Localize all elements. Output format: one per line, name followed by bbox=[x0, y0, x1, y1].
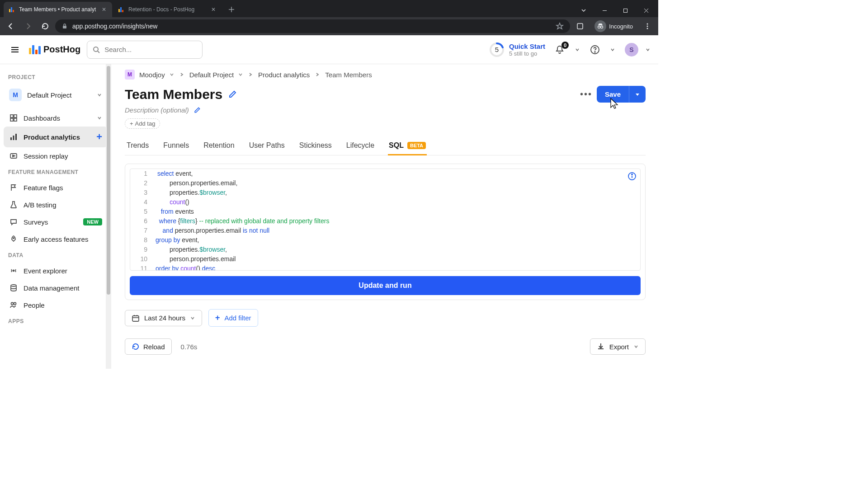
chevron-right-icon bbox=[314, 72, 321, 77]
browser-tab[interactable]: Retention - Docs - PostHog ✕ bbox=[113, 2, 222, 17]
browser-menu-button[interactable] bbox=[640, 19, 655, 33]
window-minimize-button[interactable] bbox=[594, 4, 615, 17]
sidebar-item-event-explorer[interactable]: Event explorer bbox=[4, 262, 108, 279]
breadcrumb-org[interactable]: Moodjoy bbox=[139, 71, 165, 79]
save-button[interactable]: Save bbox=[597, 86, 629, 103]
add-filter-button[interactable]: + Add filter bbox=[208, 309, 258, 327]
sidebar-item-early-access[interactable]: Early access features bbox=[4, 230, 108, 248]
sidebar-item-session-replay[interactable]: Session replay bbox=[4, 147, 108, 164]
chevron-down-icon[interactable] bbox=[609, 47, 616, 53]
svg-rect-30 bbox=[10, 118, 13, 121]
description-placeholder[interactable]: Description (optional) bbox=[125, 106, 189, 114]
notifications-button[interactable]: 0 bbox=[552, 42, 568, 58]
main-content: M Moodjoy Default Project Product analyt… bbox=[111, 64, 658, 369]
svg-marker-44 bbox=[636, 94, 639, 96]
new-tab-button[interactable] bbox=[225, 3, 238, 16]
sidebar-item-label: Surveys bbox=[24, 218, 48, 226]
tab-label: Trends bbox=[127, 141, 149, 150]
browser-toolbar: app.posthog.com/insights/new Incognito bbox=[0, 17, 658, 35]
star-icon[interactable] bbox=[556, 22, 564, 30]
browser-tab-title: Retention - Docs - PostHog bbox=[128, 6, 206, 13]
posthog-favicon-icon bbox=[8, 6, 15, 13]
export-button[interactable]: Export bbox=[590, 338, 646, 355]
chevron-down-icon[interactable] bbox=[573, 4, 594, 17]
svg-rect-2 bbox=[13, 10, 14, 12]
menu-toggle-button[interactable] bbox=[7, 42, 23, 57]
edit-title-icon[interactable] bbox=[228, 90, 237, 99]
svg-rect-4 bbox=[120, 7, 122, 12]
plus-icon[interactable]: + bbox=[96, 131, 102, 143]
sidebar-scrollbar[interactable] bbox=[106, 64, 111, 369]
chevron-down-icon[interactable] bbox=[170, 72, 174, 77]
window-close-button[interactable] bbox=[636, 4, 656, 17]
breadcrumb-project[interactable]: Default Project bbox=[189, 71, 234, 79]
svg-point-18 bbox=[647, 26, 648, 27]
play-icon bbox=[9, 152, 18, 160]
svg-rect-48 bbox=[132, 316, 139, 321]
sidebar-item-product-analytics[interactable]: Product analytics + bbox=[4, 127, 108, 147]
reload-button[interactable]: Reload bbox=[125, 338, 172, 355]
sidebar-item-feature-flags[interactable]: Feature flags bbox=[4, 179, 108, 196]
chevron-down-icon[interactable] bbox=[574, 47, 580, 53]
sidebar-item-label: Event explorer bbox=[24, 267, 67, 275]
reload-button[interactable] bbox=[38, 19, 52, 33]
reload-icon bbox=[132, 343, 140, 351]
sidebar-item-ab-testing[interactable]: A/B testing bbox=[4, 196, 108, 213]
chevron-down-icon[interactable] bbox=[645, 47, 651, 53]
page-title: Team Members bbox=[125, 87, 222, 102]
tab-trends[interactable]: Trends bbox=[126, 137, 150, 155]
svg-point-17 bbox=[647, 23, 648, 25]
svg-point-23 bbox=[94, 47, 98, 52]
app-header: PostHog 5 Quick Start 5 still to go 0 S bbox=[0, 35, 658, 64]
tab-user-paths[interactable]: User Paths bbox=[248, 137, 286, 155]
chevron-down-icon[interactable] bbox=[238, 72, 243, 77]
user-avatar[interactable]: S bbox=[625, 43, 638, 56]
address-bar[interactable]: app.posthog.com/insights/new bbox=[55, 19, 570, 33]
svg-rect-33 bbox=[13, 136, 14, 140]
add-tag-label: Add tag bbox=[135, 120, 156, 127]
reload-label: Reload bbox=[143, 343, 165, 351]
sidebar-item-label: Default Project bbox=[27, 91, 71, 99]
tab-stickiness[interactable]: Stickiness bbox=[298, 137, 333, 155]
edit-description-icon[interactable] bbox=[193, 107, 201, 114]
save-dropdown-button[interactable] bbox=[629, 86, 646, 103]
update-and-run-button[interactable]: Update and run bbox=[130, 276, 641, 295]
sidebar-project-selector[interactable]: M Default Project bbox=[4, 84, 108, 106]
sidebar-section-label: DATA bbox=[4, 248, 108, 262]
add-tag-button[interactable]: +Add tag bbox=[125, 118, 160, 129]
tab-sql[interactable]: SQL BETA bbox=[388, 137, 427, 155]
window-maximize-button[interactable] bbox=[615, 4, 636, 17]
browser-tab-active[interactable]: Team Members • Product analyt ✕ bbox=[4, 2, 112, 17]
search-box[interactable] bbox=[87, 41, 203, 59]
svg-point-40 bbox=[13, 270, 14, 272]
tab-retention[interactable]: Retention bbox=[203, 137, 236, 155]
quick-start-widget[interactable]: 5 Quick Start 5 still to go bbox=[489, 42, 545, 57]
back-button[interactable] bbox=[4, 19, 18, 33]
search-input[interactable] bbox=[104, 46, 197, 53]
tab-funnels[interactable]: Funnels bbox=[162, 137, 190, 155]
scrollbar-thumb[interactable] bbox=[107, 66, 110, 295]
chevron-down-icon bbox=[633, 344, 639, 349]
sidebar-item-surveys[interactable]: Surveys NEW bbox=[4, 213, 108, 230]
breadcrumb-section[interactable]: Product analytics bbox=[258, 71, 310, 79]
new-badge: NEW bbox=[83, 218, 102, 225]
svg-rect-5 bbox=[122, 10, 123, 12]
rocket-icon bbox=[9, 235, 18, 243]
signal-icon bbox=[9, 267, 18, 275]
sidebar-item-dashboards[interactable]: Dashboards bbox=[4, 109, 108, 127]
extensions-icon[interactable] bbox=[573, 19, 587, 33]
posthog-logo[interactable]: PostHog bbox=[29, 44, 80, 55]
more-options-button[interactable]: ••• bbox=[576, 86, 597, 102]
query-timing: 0.76s bbox=[181, 343, 198, 351]
incognito-indicator[interactable]: Incognito bbox=[592, 20, 636, 32]
sidebar-item-people[interactable]: People bbox=[4, 296, 108, 314]
sql-editor[interactable]: 1 select event, 2 person.properties.emai… bbox=[130, 169, 641, 271]
tab-lifecycle[interactable]: Lifecycle bbox=[345, 137, 375, 155]
sidebar-item-data-management[interactable]: Data management bbox=[4, 279, 108, 296]
close-icon[interactable]: ✕ bbox=[100, 6, 108, 13]
help-button[interactable] bbox=[587, 42, 603, 58]
dashboard-icon bbox=[9, 114, 18, 122]
close-icon[interactable]: ✕ bbox=[210, 6, 217, 13]
date-filter-button[interactable]: Last 24 hours bbox=[125, 310, 202, 326]
forward-button[interactable] bbox=[21, 19, 35, 33]
